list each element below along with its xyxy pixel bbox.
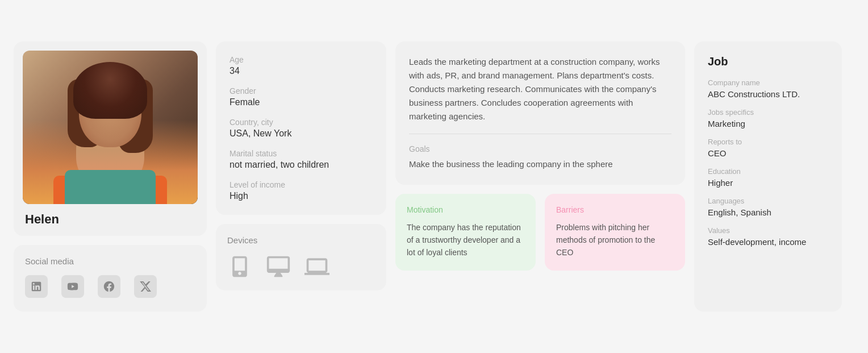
income-field: Level of income High <box>229 180 373 201</box>
age-field: Age 34 <box>229 55 373 76</box>
job-card: Job Company name ABC Constructions LTD. … <box>694 41 842 312</box>
gender-label: Gender <box>229 86 373 95</box>
stats-card: Age 34 Gender Female Country, city USA, … <box>216 41 386 215</box>
devices-card: Devices <box>216 224 386 290</box>
second-column: Age 34 Gender Female Country, city USA, … <box>216 41 386 312</box>
gender-value: Female <box>229 97 373 107</box>
divider <box>409 134 671 134</box>
values-label: Values <box>708 226 828 235</box>
job-heading: Job <box>708 55 828 68</box>
specifics-value: Marketing <box>708 119 828 128</box>
education-label: Education <box>708 167 828 176</box>
reports-value: CEO <box>708 148 828 158</box>
gender-field: Gender Female <box>229 86 373 107</box>
mid-column: Leads the marketing department at a cons… <box>395 41 685 312</box>
motivation-label: Motivation <box>407 205 524 214</box>
goals-text: Make the business the leading company in… <box>409 158 671 171</box>
social-label: Social media <box>25 256 195 266</box>
reports-label: Reports to <box>708 138 828 146</box>
left-column: Helen Social media <box>14 41 207 312</box>
education-value: Higher <box>708 178 828 188</box>
facebook-icon[interactable] <box>98 275 120 298</box>
devices-label: Devices <box>227 235 375 245</box>
devices-icons-row <box>227 254 375 279</box>
country-label: Country, city <box>229 118 373 127</box>
description-text: Leads the marketing department at a cons… <box>409 55 671 123</box>
hair-top <box>73 62 147 119</box>
income-label: Level of income <box>229 180 373 189</box>
marital-field: Marital status not married, two children <box>229 149 373 170</box>
age-label: Age <box>229 55 373 64</box>
desktop-icon <box>266 254 291 279</box>
barriers-text: Problems with pitching her methods of pr… <box>556 221 674 259</box>
laptop-icon <box>304 254 329 279</box>
company-label: Company name <box>708 78 828 87</box>
marital-value: not married, two children <box>229 160 373 170</box>
youtube-icon[interactable] <box>61 275 84 298</box>
company-value: ABC Constructions LTD. <box>708 89 828 99</box>
motivation-text: The company has the reputation of a trus… <box>407 221 524 259</box>
country-value: USA, New York <box>229 128 373 139</box>
main-container: Helen Social media <box>14 41 854 312</box>
marital-label: Marital status <box>229 149 373 158</box>
age-value: 34 <box>229 66 373 76</box>
linkedin-icon[interactable] <box>25 275 48 298</box>
country-field: Country, city USA, New York <box>229 118 373 139</box>
description-card: Leads the marketing department at a cons… <box>395 41 685 185</box>
social-icons-row <box>25 275 195 298</box>
teal-top <box>65 170 156 204</box>
goals-label: Goals <box>409 144 671 153</box>
profile-photo <box>23 51 198 204</box>
social-card: Social media <box>14 245 207 312</box>
values-value: Self-development, income <box>708 237 828 247</box>
motivation-card: Motivation The company has the reputatio… <box>395 194 536 271</box>
income-value: High <box>229 191 373 201</box>
profile-card: Helen <box>14 41 207 236</box>
profile-name: Helen <box>23 212 198 227</box>
barriers-card: Barriers Problems with pitching her meth… <box>545 194 685 271</box>
specifics-label: Jobs specifics <box>708 108 828 117</box>
barriers-label: Barriers <box>556 205 674 214</box>
languages-value: English, Spanish <box>708 207 828 217</box>
languages-label: Languages <box>708 197 828 205</box>
mobile-icon <box>227 254 252 279</box>
motivation-barriers-row: Motivation The company has the reputatio… <box>395 194 685 271</box>
x-twitter-icon[interactable] <box>134 275 157 298</box>
